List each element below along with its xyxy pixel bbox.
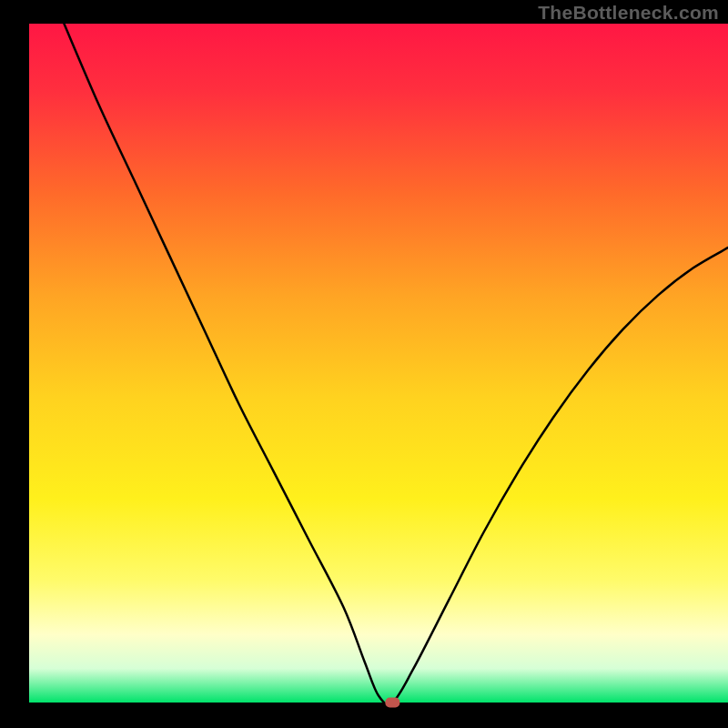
optimal-point-marker (385, 698, 399, 708)
chart-frame: TheBottleneck.com (0, 0, 728, 728)
plot-background (29, 24, 728, 703)
watermark-text: TheBottleneck.com (538, 2, 719, 24)
bottleneck-chart (0, 0, 728, 728)
